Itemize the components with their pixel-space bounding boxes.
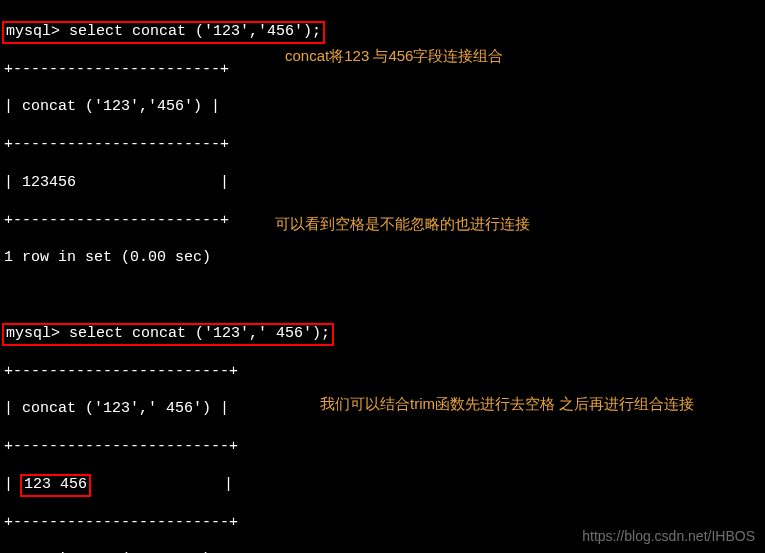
highlight-value-2: 123 456 bbox=[20, 474, 91, 497]
sep-line: +------------------------+ bbox=[4, 363, 761, 382]
prompt-1: mysql> bbox=[6, 23, 69, 40]
result-value-2-suffix: | bbox=[89, 476, 233, 493]
sep-line: +-----------------------+ bbox=[4, 136, 761, 155]
watermark-text: https://blog.csdn.net/IHBOS bbox=[582, 528, 755, 546]
result-value-2: 123 456 bbox=[24, 476, 87, 493]
result-footer-1: 1 row in set (0.00 sec) bbox=[4, 249, 761, 268]
highlight-cmd-2: mysql> select concat ('123',' 456'); bbox=[2, 323, 334, 346]
annotation-1: concat将123 与456字段连接组合 bbox=[285, 47, 503, 66]
sep-line: +------------------------+ bbox=[4, 438, 761, 457]
annotation-3: 我们可以结合trim函数先进行去空格 之后再进行组合连接 bbox=[320, 395, 694, 414]
annotation-2: 可以看到空格是不能忽略的也进行连接 bbox=[275, 215, 530, 234]
prompt-2: mysql> bbox=[6, 325, 69, 342]
result-value-1: | 123456 | bbox=[4, 174, 761, 193]
cmd-2: select concat ('123',' 456'); bbox=[69, 325, 330, 342]
highlight-cmd-1: mysql> select concat ('123','456'); bbox=[2, 21, 325, 44]
terminal-output: mysql> select concat ('123','456'); +---… bbox=[0, 0, 765, 553]
result-header-1: | concat ('123','456') | bbox=[4, 98, 761, 117]
cmd-1: select concat ('123','456'); bbox=[69, 23, 321, 40]
